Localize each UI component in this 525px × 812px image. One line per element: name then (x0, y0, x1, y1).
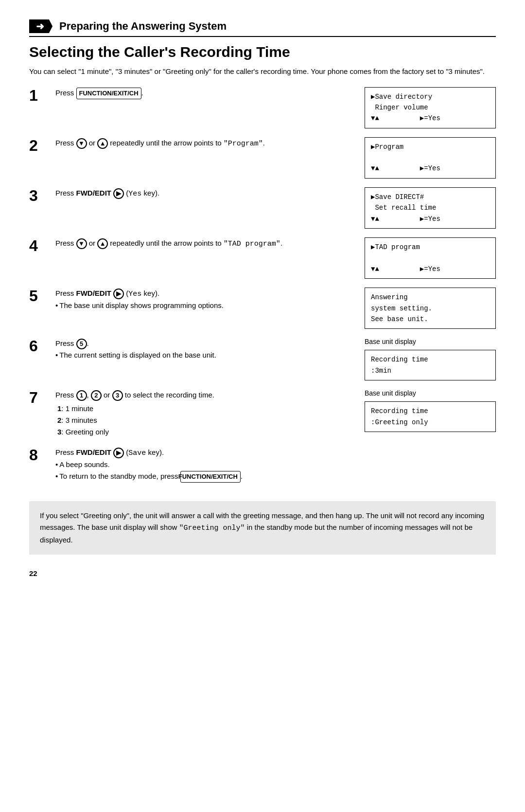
step-2-display: ▶Program ▼▲ ▶=Yes (365, 137, 496, 179)
steps-container: 1 Press FUNCTION/EXIT/CH. ▶Save director… (29, 87, 496, 491)
step-5-bullet: The base unit display shows programming … (55, 300, 357, 311)
key-5-button: 5 (76, 339, 87, 349)
step-8-number: 8 (29, 447, 48, 464)
step-4-number: 4 (29, 237, 48, 254)
fwd-edit-right-button-8: ▶ (113, 448, 124, 458)
step-1-display: ▶Save directory Ringer volume ▼▲ ▶=Yes (365, 87, 496, 128)
step-4-display-box: ▶TAD program ▼▲ ▶=Yes (365, 237, 496, 279)
step-6-number: 6 (29, 338, 48, 355)
function-exit-ch-key: FUNCTION/EXIT/CH (76, 88, 141, 99)
note-box: If you select "Greeting only", the unit … (29, 501, 496, 555)
header-section: ➜ Preparing the Answering System (29, 19, 496, 33)
step-3-display: ▶Save DIRECT# Set recall time ▼▲ ▶=Yes (365, 187, 496, 229)
header-arrow-icon: ➜ (29, 19, 52, 33)
step-6-display-label: Base unit display (365, 338, 496, 345)
step-6-display-box: Recording time :3min (365, 350, 496, 380)
step-1-display-box: ▶Save directory Ringer volume ▼▲ ▶=Yes (365, 87, 496, 128)
down-button: ▼ (76, 138, 87, 149)
step-7-content: Press 1, 2 or 3 to select the recording … (55, 389, 357, 438)
step-4-display: ▶TAD program ▼▲ ▶=Yes (365, 237, 496, 279)
step-1-content: Press FUNCTION/EXIT/CH. (55, 87, 357, 99)
step-3-content: Press FWD/EDIT ▶ (Yes key). (55, 187, 357, 199)
option-3: 3: Greeting only (57, 426, 357, 438)
step-7-number: 7 (29, 389, 48, 406)
option-1: 1: 1 minute (57, 403, 357, 415)
key-2-button: 2 (91, 390, 102, 401)
step-2-content: Press ▼ or ▲ repeatedly until the arrow … (55, 137, 357, 149)
option-2: 2: 3 minutes (57, 415, 357, 426)
step-5: 5 Press FWD/EDIT ▶ (Yes key). The base u… (29, 288, 496, 329)
step-5-content: Press FWD/EDIT ▶ (Yes key). The base uni… (55, 288, 357, 311)
up-button-4: ▲ (97, 238, 108, 249)
step-8: 8 Press FWD/EDIT ▶ (Save key). A beep so… (29, 447, 496, 483)
page-title: Selecting the Caller's Recording Time (29, 44, 496, 60)
step-7-display-wrapper: Base unit display Recording time :Greeti… (365, 389, 496, 432)
key-3-button: 3 (112, 390, 123, 401)
function-exit-ch-key-8: FUNCTION/EXIT/CH (180, 471, 241, 483)
step-8-bullet-2: To return to the standby mode, press FUN… (55, 470, 496, 483)
step-2-number: 2 (29, 137, 48, 154)
header-title: Preparing the Answering System (59, 20, 227, 33)
step-3-number: 3 (29, 187, 48, 204)
step-5-display: Answering system setting. See base unit. (365, 288, 496, 329)
step-5-display-box: Answering system setting. See base unit. (365, 288, 496, 329)
fwd-edit-right-button: ▶ (113, 188, 124, 199)
step-2-display-box: ▶Program ▼▲ ▶=Yes (365, 137, 496, 179)
step-6-bullet: The current setting is displayed on the … (55, 349, 357, 361)
step-4: 4 Press ▼ or ▲ repeatedly until the arro… (29, 237, 496, 279)
step-6-content: Press 5. The current setting is displaye… (55, 338, 357, 361)
step-8-bullet-1: A beep sounds. (55, 459, 496, 470)
step-3-display-box: ▶Save DIRECT# Set recall time ▼▲ ▶=Yes (365, 187, 496, 229)
step-4-content: Press ▼ or ▲ repeatedly until the arrow … (55, 237, 357, 250)
down-button-4: ▼ (76, 238, 87, 249)
step-2: 2 Press ▼ or ▲ repeatedly until the arro… (29, 137, 496, 179)
step-7: 7 Press 1, 2 or 3 to select the recordin… (29, 389, 496, 438)
fwd-edit-right-button-5: ▶ (113, 289, 124, 299)
step-1: 1 Press FUNCTION/EXIT/CH. ▶Save director… (29, 87, 496, 128)
step-5-number: 5 (29, 288, 48, 305)
step-1-number: 1 (29, 87, 48, 104)
step-8-content: Press FWD/EDIT ▶ (Save key). A beep soun… (55, 447, 496, 483)
intro-text: You can select "1 minute", "3 minutes" o… (29, 66, 496, 77)
step-6-display-wrapper: Base unit display Recording time :3min (365, 338, 496, 380)
header-rule (29, 36, 496, 37)
page-number: 22 (29, 569, 496, 577)
key-1-button: 1 (76, 390, 87, 401)
step-7-display-label: Base unit display (365, 389, 496, 397)
up-button: ▲ (97, 138, 108, 149)
step-3: 3 Press FWD/EDIT ▶ (Yes key). ▶Save DIRE… (29, 187, 496, 229)
step-7-display-box: Recording time :Greeting only (365, 401, 496, 432)
recording-time-options: 1: 1 minute 2: 3 minutes 3: Greeting onl… (55, 403, 357, 438)
step-6: 6 Press 5. The current setting is displa… (29, 338, 496, 380)
note-text: If you select "Greeting only", the unit … (40, 511, 484, 544)
